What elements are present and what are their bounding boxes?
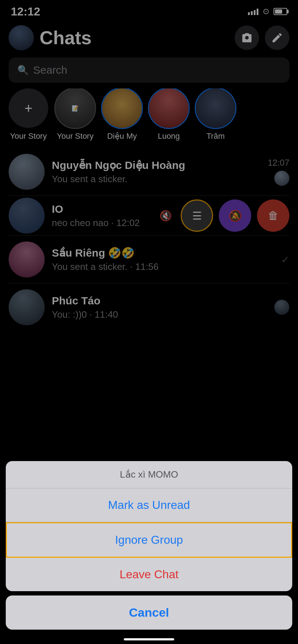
sheet-title: Lắc xì MOMO xyxy=(6,461,292,488)
leave-chat-button[interactable]: Leave Chat xyxy=(6,558,292,591)
ignore-group-button[interactable]: Ignore Group xyxy=(6,522,292,558)
home-indicator xyxy=(124,638,174,640)
bottom-sheet-wrapper: Lắc xì MOMO Mark as Unread Ignore Group … xyxy=(0,461,298,644)
cancel-button[interactable]: Cancel xyxy=(6,595,292,630)
mark-unread-button[interactable]: Mark as Unread xyxy=(6,488,292,522)
action-sheet: Lắc xì MOMO Mark as Unread Ignore Group … xyxy=(6,461,292,591)
